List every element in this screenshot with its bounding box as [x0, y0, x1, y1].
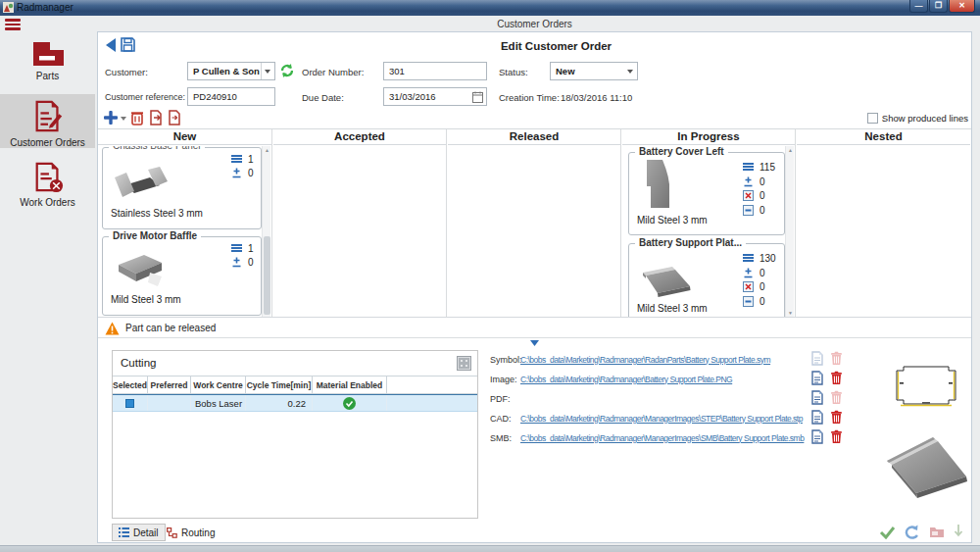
- customer-orders-icon: [31, 100, 65, 133]
- delete-file-icon[interactable]: [830, 390, 843, 405]
- page-title: Edit Customer Order: [119, 40, 980, 52]
- order-line-card[interactable]: Chassis Base Panel 1 0 Stainless Steel 3…: [102, 147, 262, 229]
- material-label: Mild Steel 3 mm: [637, 215, 708, 226]
- nested-count-icon: [743, 205, 754, 216]
- column-new: New Chassis Base Panel 1 0 Stainless Ste…: [98, 129, 272, 317]
- delete-file-button[interactable]: [830, 371, 843, 387]
- order-line-card[interactable]: Battery Cover Left 115 0 0 0 Mild Steel …: [628, 152, 785, 235]
- produced-count-icon: [743, 176, 754, 187]
- delete-file-button[interactable]: [830, 351, 843, 368]
- sidebar-item-work-orders[interactable]: Work Orders: [0, 159, 95, 208]
- file-row: PDF:: [490, 392, 520, 405]
- grid-options-button[interactable]: [457, 356, 471, 371]
- export-line-icon-2[interactable]: [168, 110, 182, 125]
- confirm-icon[interactable]: [879, 526, 896, 539]
- delete-file-icon[interactable]: [830, 429, 843, 444]
- customer-label: Customer:: [105, 67, 148, 77]
- part-3d-preview: [879, 428, 973, 507]
- open-file-icon[interactable]: [811, 371, 823, 385]
- column-nested: Nested: [797, 129, 970, 317]
- part-outline-preview: [888, 362, 964, 409]
- back-button[interactable]: [106, 38, 117, 52]
- collapse-arrow-icon[interactable]: [530, 340, 539, 346]
- file-type-label: CAD:: [490, 414, 520, 424]
- lines-count-icon: [231, 155, 242, 164]
- export-line-icon[interactable]: [149, 110, 164, 125]
- checkbox[interactable]: [867, 113, 878, 124]
- delete-file-icon[interactable]: [830, 351, 843, 366]
- preferred-cell: [148, 395, 191, 411]
- tab-routing[interactable]: Routing: [161, 524, 220, 541]
- sidebar-item-parts[interactable]: Parts: [0, 41, 95, 81]
- produced-count-icon: [743, 268, 754, 278]
- delete-file-icon[interactable]: [830, 410, 843, 425]
- file-row: CAD: C:\bobs_data\Marketing\Radmanager\M…: [490, 412, 803, 425]
- undo-icon[interactable]: [905, 525, 920, 539]
- file-path-link[interactable]: C:\bobs_data\Marketing\Radmanager\RadanP…: [520, 355, 770, 365]
- open-file-icon[interactable]: [811, 390, 823, 405]
- page-tab-title: Customer Orders: [97, 19, 972, 29]
- add-line-button[interactable]: [103, 110, 119, 125]
- open-file-button[interactable]: [811, 351, 823, 368]
- order-number-input[interactable]: 301: [383, 62, 487, 80]
- order-line-card[interactable]: Drive Motor Baffle 1 0 Mild Steel 3 mm: [102, 236, 262, 316]
- delete-file-icon[interactable]: [830, 371, 843, 385]
- calendar-icon[interactable]: [472, 91, 483, 103]
- show-produced-lines-checkbox[interactable]: Show produced lines: [867, 113, 968, 124]
- file-row: Symbol: C:\bobs_data\Marketing\Radmanage…: [490, 353, 770, 366]
- file-type-label: SMB:: [490, 433, 520, 443]
- order-line-card[interactable]: Battery Support Plat... 130 0 0 0 Mild S…: [628, 243, 785, 317]
- app-icon: [3, 2, 14, 13]
- open-file-button[interactable]: [811, 371, 823, 387]
- sidebar-item-customer-orders[interactable]: Customer Orders: [0, 94, 95, 148]
- delete-file-button[interactable]: [830, 390, 843, 407]
- release-icon[interactable]: [929, 526, 945, 538]
- material-label: Stainless Steel 3 mm: [111, 208, 203, 219]
- order-lines-board: New Chassis Base Panel 1 0 Stainless Ste…: [98, 128, 971, 318]
- open-file-icon[interactable]: [811, 429, 823, 444]
- window-title: Radmanager: [17, 2, 74, 13]
- part-thumbnail: [633, 256, 696, 303]
- open-file-button[interactable]: [811, 429, 823, 446]
- customer-reference-input[interactable]: PD240910: [187, 87, 275, 106]
- customer-dropdown[interactable]: P Cullen & Son: [187, 62, 275, 80]
- work-centre-table: Selected Preferred Work Centre Cycle Tim…: [113, 376, 477, 412]
- produced-count-icon: [231, 168, 242, 178]
- due-date-input[interactable]: 31/03/2016: [383, 87, 487, 106]
- order-number-label: Order Number:: [302, 67, 364, 77]
- download-icon[interactable]: [954, 525, 963, 539]
- material-enabled-icon: [343, 397, 356, 410]
- refresh-icon[interactable]: [279, 63, 295, 78]
- warning-icon: [105, 322, 120, 335]
- open-file-icon[interactable]: [811, 351, 823, 366]
- in-progress-scrollbar[interactable]: ▲▼: [785, 146, 794, 317]
- close-button[interactable]: ✕: [949, 0, 975, 13]
- menu-icon[interactable]: [5, 19, 21, 30]
- new-column-scrollbar[interactable]: ▲▼: [262, 146, 270, 317]
- open-file-button[interactable]: [811, 390, 823, 407]
- delete-file-button[interactable]: [830, 410, 843, 427]
- delete-file-button[interactable]: [830, 429, 843, 446]
- chevron-down-icon[interactable]: [261, 63, 274, 79]
- maximize-button[interactable]: ❐: [929, 0, 948, 13]
- add-dropdown-icon[interactable]: [121, 117, 126, 121]
- material-label: Mild Steel 3 mm: [637, 303, 708, 314]
- lines-count-icon: [231, 244, 242, 253]
- file-type-label: Image:: [490, 375, 520, 384]
- file-path-link[interactable]: C:\bobs_data\Marketing\Radmanager\Batter…: [520, 375, 732, 384]
- main-panel: Edit Customer Order Customer: P Cullen &…: [97, 31, 972, 543]
- open-file-icon[interactable]: [811, 410, 823, 425]
- minimize-button[interactable]: —: [909, 0, 928, 13]
- column-released: Released: [448, 129, 621, 317]
- open-file-button[interactable]: [811, 410, 823, 427]
- status-dropdown[interactable]: New: [550, 62, 638, 80]
- file-path-link[interactable]: C:\bobs_data\Marketing\Radmanager\Manage…: [520, 414, 803, 424]
- tab-detail[interactable]: Detail: [112, 524, 166, 541]
- table-row[interactable]: Bobs Laser 0.22: [113, 394, 477, 412]
- file-path-link[interactable]: C:\bobs_data\Marketing\Radmanager\Manage…: [520, 433, 804, 443]
- rejected-count-icon: [743, 281, 754, 292]
- selected-checkbox[interactable]: [125, 399, 134, 408]
- status-bar: [0, 545, 980, 552]
- routing-icon: [167, 527, 177, 538]
- delete-line-icon[interactable]: [130, 110, 144, 125]
